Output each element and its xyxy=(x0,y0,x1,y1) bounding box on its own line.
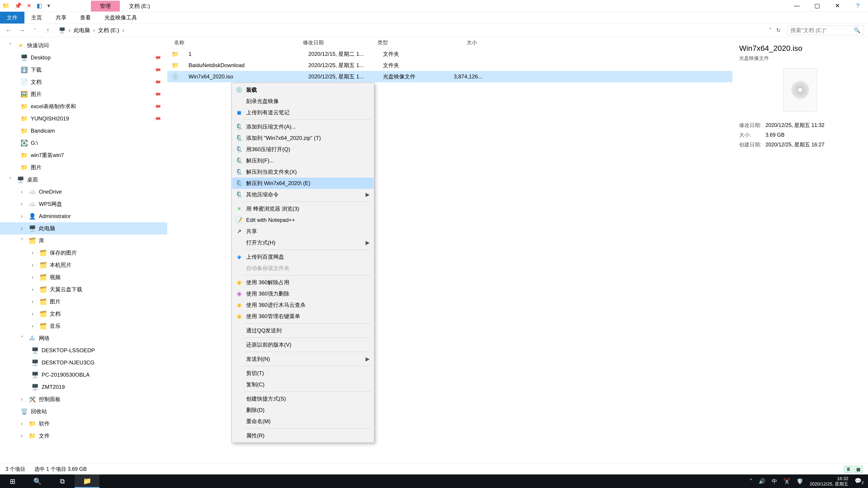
tree-administrator[interactable]: ›👤Administrator xyxy=(0,210,167,222)
tray-security-icon[interactable]: 🛡️ xyxy=(797,478,803,484)
maximize-button[interactable]: ▢ xyxy=(807,0,827,11)
tree-documents[interactable]: 📄文档📌 xyxy=(0,76,167,88)
tree-desktop-root[interactable]: ˅🖥️桌面 xyxy=(0,173,167,186)
cm-youdao[interactable]: ◼上传到有道云笔记 xyxy=(232,107,374,118)
search-button[interactable]: 🔍 xyxy=(25,475,50,488)
tree-net-pc3[interactable]: 🖥️PC-20190530OBLA xyxy=(0,369,167,381)
qat-dropdown-icon[interactable]: ▾ xyxy=(47,2,50,9)
expand-icon[interactable]: ˅ xyxy=(21,237,26,244)
ribbon-tab-disc-tools[interactable]: 光盘映像工具 xyxy=(98,12,144,24)
cm-bee-browser[interactable]: ✳用 蜂蜜浏览器 浏览(3) xyxy=(232,203,374,215)
tray-clock[interactable]: 16:32 2020/12/25, 星期五 xyxy=(810,476,848,487)
cm-properties[interactable]: 属性(R) xyxy=(232,430,374,441)
tree-net-pc4[interactable]: 🖥️ZMT2019 xyxy=(0,381,167,393)
cm-rename[interactable]: 重命名(M) xyxy=(232,416,374,427)
tree-net-pc2[interactable]: 🖥️DESKTOP-NJEU3CG xyxy=(0,357,167,369)
cm-qq-send[interactable]: 通过QQ发送到 xyxy=(232,325,374,336)
ribbon-tab-share[interactable]: 共享 xyxy=(49,12,73,24)
tree-this-pc[interactable]: ›🖥️此电脑 xyxy=(0,222,167,234)
qat-pin-icon[interactable]: 📌 xyxy=(14,2,22,9)
tree-videos-lib[interactable]: ›🗂️视频 xyxy=(0,271,167,283)
expand-icon[interactable]: › xyxy=(21,225,26,232)
tray-screenshot-icon[interactable]: ✂️ xyxy=(783,478,790,484)
tree-documents-lib[interactable]: ›🗂️文档 xyxy=(0,308,167,320)
tree-local-pictures[interactable]: ›🗂️本机照片 xyxy=(0,259,167,271)
cm-open-with[interactable]: 打开方式(H)▶ xyxy=(232,237,374,248)
search-input[interactable]: 搜索"文档 (E:)" 🔍 xyxy=(787,26,864,35)
tree-quick-access[interactable]: ˅★快速访问 xyxy=(0,39,167,52)
breadcrumb[interactable]: 🖥️ › 此电脑 › 文档 (E:) › xyxy=(57,27,765,34)
file-row[interactable]: 📁 1 2020/12/15, 星期二 1... 文件夹 xyxy=(167,48,733,60)
col-header-date[interactable]: 修改日期 xyxy=(303,39,377,46)
tree-yunqishi-folder[interactable]: 📁YUNQISHI2019📌 xyxy=(0,112,167,125)
cm-notepadpp[interactable]: 📝Edit with Notepad++ xyxy=(232,215,374,226)
cm-360-force-delete[interactable]: ◉使用 360强力删除 xyxy=(232,288,374,299)
tray-notifications-icon[interactable]: 💬3 xyxy=(855,478,864,485)
expand-icon[interactable]: ˅ xyxy=(21,335,26,341)
start-button[interactable]: ⊞ xyxy=(0,475,25,488)
cm-mount[interactable]: 💿装载 xyxy=(232,84,374,96)
breadcrumb-this-pc[interactable]: 此电脑 xyxy=(74,27,90,34)
tree-libraries[interactable]: ˅🗂️库 xyxy=(0,234,167,247)
contextual-tab-manage[interactable]: 管理 xyxy=(91,1,120,11)
tree-onedrive[interactable]: ›☁️OneDrive xyxy=(0,186,167,198)
cm-send-to[interactable]: 发送到(N)▶ xyxy=(232,353,374,365)
nav-back-icon[interactable]: ← xyxy=(4,26,13,34)
tree-saved-pictures[interactable]: ›🗂️保存的图片 xyxy=(0,247,167,259)
cm-cut[interactable]: 剪切(T) xyxy=(232,367,374,379)
ribbon-tab-home[interactable]: 主页 xyxy=(24,12,49,24)
cm-baidu-upload[interactable]: ◆上传到百度网盘 xyxy=(232,251,374,263)
tree-bandicam-folder[interactable]: 📁Bandicam xyxy=(0,125,167,137)
cm-create-shortcut[interactable]: 创建快捷方式(S) xyxy=(232,393,374,404)
expand-icon[interactable]: › xyxy=(21,213,26,219)
col-header-size[interactable]: 大小 xyxy=(441,39,486,46)
cm-360-unlock[interactable]: ◉使用 360解除占用 xyxy=(232,277,374,288)
view-details-button[interactable]: ≣ xyxy=(844,466,852,473)
tree-downloads[interactable]: ⬇️下载📌 xyxy=(0,64,167,76)
tray-ime-indicator[interactable]: 中 xyxy=(772,478,777,485)
tree-pictures2[interactable]: 📁图片 xyxy=(0,161,167,173)
help-button[interactable]: ? xyxy=(848,0,868,11)
tree-pictures[interactable]: 🖼️图片📌 xyxy=(0,88,167,100)
task-view-button[interactable]: ⧉ xyxy=(50,475,74,488)
file-row-selected[interactable]: 💿 Win7x64_2020.iso 2020/12/25, 星期五 1... … xyxy=(167,71,733,82)
cm-other-compress[interactable]: 🗜️其他压缩命令▶ xyxy=(232,189,374,200)
tree-pictures-lib[interactable]: ›🗂️图片 xyxy=(0,295,167,308)
tree-network[interactable]: ˅🖧网络 xyxy=(0,332,167,344)
expand-icon[interactable]: ˅ xyxy=(9,42,14,48)
tree-tianyi[interactable]: ›🗂️天翼云盘下载 xyxy=(0,283,167,295)
tree-win7-folder[interactable]: 📁win7重装win7 xyxy=(0,149,167,161)
cm-360-trojan-scan[interactable]: ◉使用 360进行木马云查杀 xyxy=(232,299,374,311)
cm-share[interactable]: ↗共享 xyxy=(232,226,374,237)
ribbon-tab-view[interactable]: 查看 xyxy=(73,12,98,24)
expand-icon[interactable]: › xyxy=(21,189,26,195)
tree-g-drive[interactable]: 💽G:\ xyxy=(0,137,167,149)
tree-files-folder[interactable]: ›📁文件 xyxy=(0,430,167,442)
tree-recycle-bin[interactable]: 🗑️回收站 xyxy=(0,405,167,418)
cm-extract-named[interactable]: 🗜️解压到 Win7x64_2020\ (E) xyxy=(232,177,374,189)
tree-wps[interactable]: ›☁️WPS网盘 xyxy=(0,198,167,210)
tray-overflow-icon[interactable]: ˄ xyxy=(749,478,752,484)
nav-history-icon[interactable]: ˅ xyxy=(30,28,39,33)
tree-music-lib[interactable]: ›🗂️音乐 xyxy=(0,320,167,332)
col-header-name[interactable]: 名称 xyxy=(167,39,303,46)
expand-icon[interactable]: ˅ xyxy=(9,176,14,183)
nav-forward-icon[interactable]: → xyxy=(17,26,26,34)
cm-360-menu-manage[interactable]: ◉使用 360管理右键菜单 xyxy=(232,311,374,322)
taskbar-explorer[interactable]: 📁 xyxy=(74,475,99,488)
tree-desktop[interactable]: 🖥️Desktop📌 xyxy=(0,52,167,64)
tree-control-panel[interactable]: ›🛠️控制面板 xyxy=(0,393,167,405)
qat-properties-icon[interactable]: ◧ xyxy=(37,2,42,9)
breadcrumb-drive[interactable]: 文档 (E:) xyxy=(98,27,119,34)
refresh-icon[interactable]: ↻ xyxy=(776,27,781,33)
cm-restore-previous[interactable]: 还原以前的版本(V) xyxy=(232,339,374,350)
col-header-type[interactable]: 类型 xyxy=(377,39,441,46)
cm-extract-to[interactable]: 🗜️解压到(F)... xyxy=(232,155,374,166)
nav-up-icon[interactable]: ↑ xyxy=(43,26,53,34)
tree-excel-folder[interactable]: 📁excel表格制作求和📌 xyxy=(0,100,167,112)
tray-volume-icon[interactable]: 🔊 xyxy=(758,478,765,484)
expand-icon[interactable]: › xyxy=(21,201,26,207)
cm-delete[interactable]: 删除(D) xyxy=(232,404,374,416)
cm-burn[interactable]: 刻录光盘映像 xyxy=(232,96,374,107)
minimize-button[interactable]: — xyxy=(786,0,807,11)
